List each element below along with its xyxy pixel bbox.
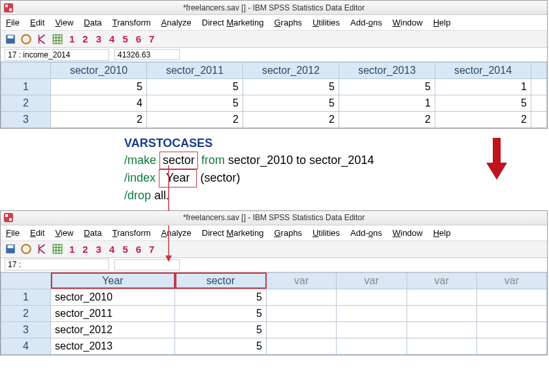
data-cell-empty[interactable] (407, 305, 476, 321)
data-cell[interactable]: 5 (243, 79, 339, 95)
toolbar-btn-3[interactable]: 3 (94, 33, 103, 44)
toolbar-btn-2[interactable]: 2 (80, 33, 90, 44)
row-header[interactable]: 4 (1, 338, 51, 354)
menu-utilities[interactable]: Utilities (312, 18, 340, 27)
data-grid[interactable]: Year sector var var var var 1sector_2010… (1, 272, 547, 355)
goto-icon[interactable] (36, 33, 48, 45)
data-cell[interactable]: 5 (175, 305, 267, 321)
data-cell[interactable]: sector_2011 (51, 305, 175, 321)
menu-analyze[interactable]: Analyze (161, 18, 191, 27)
data-cell-empty[interactable] (407, 289, 476, 305)
data-cell-empty[interactable] (267, 289, 337, 305)
data-grid[interactable]: sector_2010 sector_2011 sector_2012 sect… (1, 62, 547, 128)
data-cell[interactable]: 5 (435, 95, 531, 112)
save-icon[interactable] (5, 243, 16, 255)
menu-file[interactable]: File (6, 18, 20, 27)
toolbar-btn-4[interactable]: 4 (107, 33, 116, 44)
data-cell-empty[interactable] (337, 338, 407, 354)
data-cell-empty[interactable] (476, 305, 546, 321)
data-cell-empty[interactable] (531, 79, 547, 95)
col-header[interactable]: sector_2014 (435, 63, 531, 79)
data-cell-empty[interactable] (407, 338, 476, 354)
col-header[interactable]: sector_2011 (147, 63, 243, 79)
toolbar-btn-3[interactable]: 3 (94, 244, 103, 255)
data-cell[interactable]: 1 (339, 95, 435, 112)
col-header-sector[interactable]: sector (175, 272, 267, 289)
table-row[interactable]: 245515 (1, 95, 547, 112)
data-cell[interactable]: 4 (51, 95, 147, 112)
menu-edit[interactable]: Edit (30, 228, 44, 238)
data-cell[interactable]: 1 (435, 79, 531, 95)
menu-utilities[interactable]: Utilities (312, 228, 340, 238)
menu-help[interactable]: Help (433, 228, 451, 238)
print-icon[interactable] (20, 33, 32, 45)
menu-transform[interactable]: Transform (112, 228, 151, 238)
table-row[interactable]: 4sector_20135 (1, 338, 547, 354)
menu-addons[interactable]: Add-ons (350, 18, 382, 27)
toolbar-btn-7[interactable]: 7 (147, 244, 156, 255)
toolbar-btn-1[interactable]: 1 (67, 33, 76, 44)
data-cell-empty[interactable] (476, 321, 546, 338)
grid-icon[interactable] (52, 33, 63, 45)
data-cell-empty[interactable] (337, 305, 407, 321)
data-cell-empty[interactable] (531, 95, 547, 112)
data-cell[interactable]: 5 (51, 79, 147, 95)
table-row[interactable]: 3sector_20125 (1, 321, 547, 338)
data-cell-empty[interactable] (476, 338, 546, 354)
table-row[interactable]: 1sector_20105 (1, 289, 547, 305)
menu-direct-marketing[interactable]: Direct Marketing (202, 228, 264, 238)
toolbar-btn-5[interactable]: 5 (120, 33, 129, 44)
toolbar-btn-2[interactable]: 2 (80, 244, 90, 255)
toolbar-btn-4[interactable]: 4 (107, 244, 116, 255)
data-cell[interactable]: 5 (147, 95, 243, 112)
data-cell[interactable]: 2 (243, 112, 339, 128)
col-header[interactable]: sector_2013 (339, 63, 435, 79)
menu-data[interactable]: Data (84, 18, 101, 27)
menu-graphs[interactable]: Graphs (274, 228, 302, 238)
row-header[interactable]: 1 (1, 79, 51, 95)
menu-window[interactable]: Window (392, 228, 422, 238)
data-cell[interactable]: sector_2013 (51, 338, 175, 354)
grid-icon[interactable] (52, 243, 63, 255)
menu-window[interactable]: Window (392, 18, 422, 27)
data-cell-empty[interactable] (531, 112, 547, 128)
toolbar-btn-1[interactable]: 1 (67, 244, 76, 255)
col-header-year[interactable]: Year (51, 272, 175, 289)
cell-name-box[interactable]: 17 : income_2014 (5, 49, 109, 61)
data-cell[interactable]: sector_2012 (51, 321, 175, 338)
data-cell[interactable]: 2 (51, 112, 147, 128)
data-cell-empty[interactable] (407, 321, 476, 338)
col-header[interactable]: sector_2012 (243, 63, 339, 79)
data-cell[interactable]: 5 (339, 79, 435, 95)
data-cell-empty[interactable] (267, 321, 337, 338)
data-cell-empty[interactable] (337, 289, 407, 305)
data-cell-empty[interactable] (476, 289, 546, 305)
save-icon[interactable] (5, 33, 16, 45)
col-header-var[interactable]: var (337, 272, 407, 289)
menu-file[interactable]: File (6, 228, 20, 238)
toolbar-btn-6[interactable]: 6 (134, 33, 143, 44)
toolbar-btn-6[interactable]: 6 (134, 244, 143, 255)
menu-transform[interactable]: Transform (112, 18, 151, 27)
data-cell[interactable]: 5 (147, 79, 243, 95)
menu-view[interactable]: View (55, 18, 73, 27)
row-header[interactable]: 1 (1, 289, 51, 305)
col-header-var[interactable]: var (407, 272, 476, 289)
data-cell[interactable]: 5 (175, 289, 267, 305)
toolbar-btn-5[interactable]: 5 (120, 244, 129, 255)
data-cell[interactable]: 5 (175, 338, 267, 354)
table-row[interactable]: 322222 (1, 112, 547, 128)
menu-addons[interactable]: Add-ons (350, 228, 382, 238)
col-header-var[interactable]: var (476, 272, 546, 289)
col-header-var[interactable]: var (267, 272, 337, 289)
menu-help[interactable]: Help (433, 18, 451, 27)
data-cell[interactable]: 2 (147, 112, 243, 128)
menu-data[interactable]: Data (84, 228, 101, 238)
data-cell[interactable]: sector_2010 (51, 289, 175, 305)
data-cell-empty[interactable] (267, 305, 337, 321)
data-cell[interactable]: 5 (243, 95, 339, 112)
row-header[interactable]: 3 (1, 112, 51, 128)
print-icon[interactable] (20, 243, 32, 255)
cell-value-box[interactable]: 41326.63 (114, 49, 180, 60)
goto-icon[interactable] (36, 243, 48, 255)
